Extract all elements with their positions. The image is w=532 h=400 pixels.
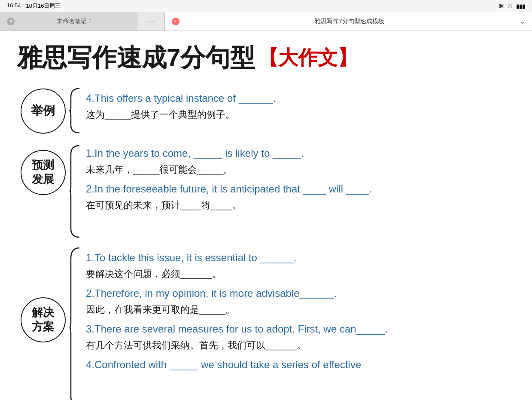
brace-yuCe: [69, 144, 82, 238]
tab-1-label: 未命名笔记 1: [18, 18, 130, 25]
entry-yuCe-2-cn: 在可预见的未来，预计____将____。: [86, 198, 515, 213]
battery-icon: ▮▮▮: [516, 3, 525, 9]
section-yuCe: 预测发展 1.In the years to come, _____ is li…: [17, 141, 515, 238]
brace-jieJue: [69, 246, 82, 400]
time-display: 16:54: [7, 2, 21, 10]
tab-bar: ✕ 未命名笔记 1 ··· ✕ 雅思写作7分句型速成模板 ⌄: [0, 12, 532, 31]
section-juLi: 举例 4.This offers a typical instance of _…: [17, 84, 515, 134]
entries-jieJue: 1.To tackle this issue, it is essential …: [82, 246, 515, 374]
entry-yuCe-1-cn: 未来几年，_____很可能会_____。: [86, 162, 515, 177]
entry-jieJue-2-en: 2.Therefore, in my opinion, it is more a…: [86, 286, 515, 301]
circle-yuCe: 预测发展: [21, 150, 66, 195]
entries-yuCe: 1.In the years to come, _____ is likely …: [82, 141, 515, 217]
date-display: 10月16日周三: [26, 2, 61, 10]
circle-jieJue: 解决方案: [21, 297, 66, 342]
tab-2[interactable]: ✕ 雅思写作7分句型速成模板 ⌄: [165, 12, 532, 31]
entry-yuCe-2-en: 2.In the foreseeable future, it is antic…: [86, 181, 515, 197]
main-content: 雅思写作速成7分句型【大作文】 举例 4.This offers a typic…: [0, 31, 532, 400]
entry-jieJue-3-cn: 有几个方法可供我们采纳。首先，我们可以______。: [86, 338, 515, 353]
status-bar: 16:54 10月16日周三 ⌘ ☉ ▮▮▮: [0, 0, 532, 12]
entry-juLi-1-cn: 这为_____提供了一个典型的例子。: [86, 107, 515, 122]
brace-juLi: [69, 86, 82, 134]
entry-jieJue-1-en: 1.To tackle this issue, it is essential …: [86, 250, 515, 266]
wifi-icon: ⌘: [499, 3, 504, 9]
entries-juLi: 4.This offers a typical instance of ____…: [82, 84, 515, 126]
tab-2-close[interactable]: ✕: [172, 18, 179, 25]
entry-jieJue-2-cn: 因此，在我看来更可取的是_____。: [86, 302, 515, 317]
status-right: ⌘ ☉ ▮▮▮: [499, 3, 525, 9]
tab-1[interactable]: ✕ 未命名笔记 1: [0, 12, 137, 31]
tab-2-label: 雅思写作7分句型速成模板: [183, 18, 516, 25]
entry-jieJue-3-en: 3.There are several measures for us to a…: [86, 321, 515, 337]
status-left: 16:54 10月16日周三: [7, 2, 61, 10]
entry-yuCe-1-en: 1.In the years to come, _____ is likely …: [86, 146, 515, 161]
entry-juLi-1-en: 4.This offers a typical instance of ____…: [86, 91, 515, 106]
location-icon: ☉: [508, 3, 513, 9]
tab-bar-dots: ···: [146, 16, 156, 26]
section-jieJue: 解决方案 1.To tackle this issue, it is essen…: [17, 246, 515, 400]
tab-1-close[interactable]: ✕: [7, 18, 15, 25]
page-title: 雅思写作速成7分句型【大作文】: [17, 44, 515, 71]
title-main: 雅思写作速成7分句型: [17, 44, 255, 71]
title-bracket: 【大作文】: [258, 47, 357, 69]
circle-juLi: 举例: [21, 89, 66, 134]
tab-chevron-icon[interactable]: ⌄: [520, 17, 525, 25]
entry-jieJue-4-en: 4.Confronted with _____ we should take a…: [86, 357, 515, 373]
entry-jieJue-1-cn: 要解决这个问题，必须______。: [86, 266, 515, 281]
